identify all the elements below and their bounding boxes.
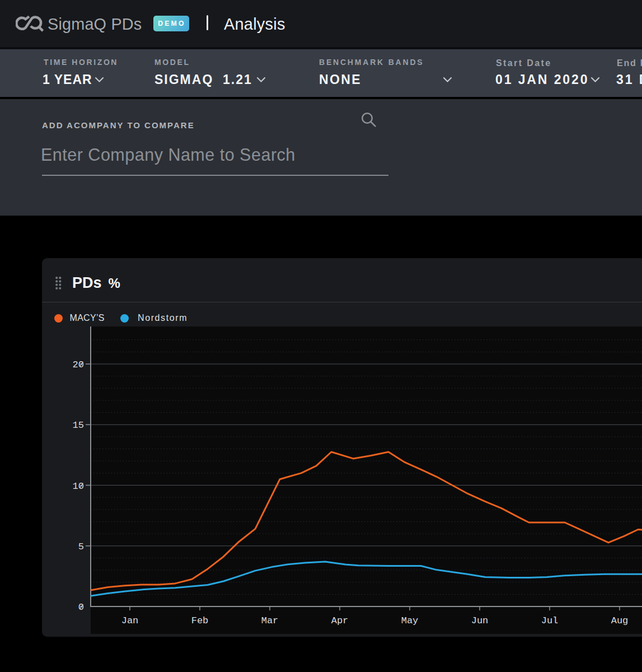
svg-text:Aug: Aug — [611, 615, 629, 626]
svg-text:Jan: Jan — [121, 615, 139, 626]
svg-text:Mar: Mar — [261, 615, 279, 626]
svg-text:20: 20 — [73, 360, 84, 370]
svg-text:Feb: Feb — [191, 615, 209, 626]
svg-text:May: May — [401, 615, 419, 626]
svg-text:Jul: Jul — [541, 615, 559, 626]
svg-text:Apr: Apr — [331, 615, 349, 626]
svg-text:10: 10 — [73, 481, 84, 492]
svg-text:5: 5 — [78, 542, 84, 552]
svg-text:15: 15 — [73, 420, 84, 431]
svg-text:Jun: Jun — [471, 615, 489, 626]
